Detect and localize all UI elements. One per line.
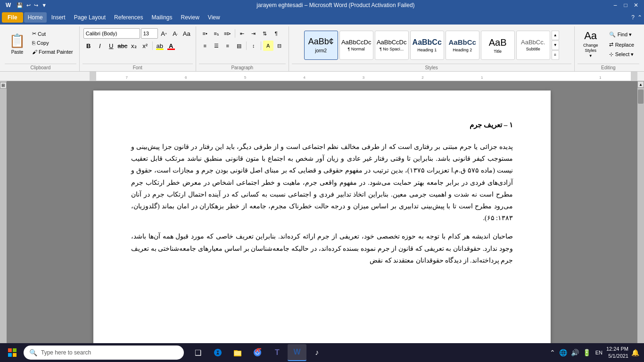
window-title: jarayem eghtesadi – Microsoft Word (Prod… bbox=[60, 2, 611, 8]
redo-quick-btn[interactable]: ↪ bbox=[33, 2, 39, 9]
close-btn[interactable]: ✕ bbox=[632, 1, 640, 9]
volume-icon[interactable]: 🔊 bbox=[570, 348, 580, 357]
music-btn[interactable]: ♪ bbox=[307, 344, 326, 361]
taskbar-search-box[interactable]: 🔍 Type here to search bbox=[24, 346, 184, 360]
style-heading2[interactable]: AaBbCc Heading 2 bbox=[446, 31, 479, 60]
menu-file[interactable]: File bbox=[2, 12, 23, 23]
help-icon[interactable]: ? bbox=[631, 14, 635, 21]
find-button[interactable]: 🔍 Find ▾ bbox=[606, 30, 637, 39]
copy-icon: ⎘ bbox=[32, 40, 35, 46]
system-clock[interactable]: 12:24 PM 5/1/2021 bbox=[606, 346, 628, 360]
word-taskbar-btn[interactable]: W bbox=[288, 344, 306, 361]
line-spacing-btn[interactable]: ↕ bbox=[248, 41, 259, 51]
menu-mailings[interactable]: Mailings bbox=[148, 12, 176, 23]
editing-group: 🔍 Find ▾ ⇄ Replace ⊹ Select ▾ bbox=[605, 28, 638, 61]
style-normal[interactable]: AaBbCcDc ¶ Normal bbox=[339, 31, 373, 60]
font-name-input[interactable] bbox=[83, 28, 140, 39]
explorer-btn[interactable] bbox=[228, 344, 247, 361]
text-highlight-btn[interactable]: ab bbox=[155, 41, 165, 51]
change-styles-button[interactable]: Aa ChangeStyles ▼ bbox=[578, 28, 603, 59]
document-page: ۱ – تعریف جرم پدیده جزائی یا جرم مبتنی ب… bbox=[93, 90, 551, 351]
align-right-btn[interactable]: ≡ bbox=[223, 41, 233, 51]
superscript-button[interactable]: x² bbox=[140, 41, 150, 51]
format-painter-button[interactable]: 🖌 Format Painter bbox=[30, 48, 75, 56]
replace-button[interactable]: ⇄ Replace bbox=[606, 40, 637, 49]
start-button[interactable] bbox=[2, 344, 23, 361]
ruler-content: 7 6 5 4 3 2 1 1 bbox=[96, 72, 631, 81]
highlight-color-bar bbox=[156, 49, 164, 50]
taskbar-tray: ⌃ 🌐 🔊 🔋 EN 12:24 PM 5/1/2021 🔔 bbox=[549, 346, 642, 360]
chrome-btn[interactable] bbox=[248, 344, 267, 361]
scroll-up-btn[interactable]: ▲ bbox=[637, 81, 644, 88]
document-paragraph-1[interactable]: پدیده جزائی یا جرم مبتنی بر رفتاری است ک… bbox=[131, 141, 513, 224]
numbering-btn[interactable]: ≡₁ bbox=[211, 28, 222, 39]
network-icon[interactable]: 🌐 bbox=[558, 348, 568, 357]
taskview-btn[interactable]: ❑ bbox=[189, 344, 207, 361]
notification-icon[interactable]: 🔔 bbox=[630, 348, 640, 357]
select-icon: ⊹ bbox=[609, 51, 613, 58]
ruler: 7 6 5 4 3 2 1 1 bbox=[0, 72, 644, 81]
undo-quick-btn[interactable]: ↩ bbox=[25, 2, 32, 9]
select-button[interactable]: ⊹ Select ▾ bbox=[606, 50, 637, 59]
style-title[interactable]: AaB Title bbox=[481, 31, 515, 60]
clear-format-btn[interactable]: Aa bbox=[182, 28, 192, 39]
menu-view[interactable]: View bbox=[204, 12, 224, 23]
cut-button[interactable]: ✂ Cut bbox=[30, 29, 75, 38]
underline-button[interactable]: U bbox=[106, 41, 116, 51]
border-btn[interactable]: ⊟ bbox=[274, 41, 285, 51]
ribbon-collapse-icon[interactable]: ⌃ bbox=[637, 14, 642, 21]
font-shrink-btn[interactable]: A- bbox=[170, 28, 181, 39]
decrease-indent-btn[interactable]: ⇤ bbox=[237, 28, 248, 39]
menu-review[interactable]: Review bbox=[177, 12, 203, 23]
styles-up-btn[interactable]: ▲ bbox=[552, 31, 559, 40]
increase-indent-btn[interactable]: ⇥ bbox=[248, 28, 259, 39]
bold-button[interactable]: B bbox=[83, 41, 94, 51]
customize-quick-btn[interactable]: ▼ bbox=[41, 2, 48, 8]
scroll-thumb[interactable] bbox=[638, 90, 644, 104]
taskbar-app-icons: ❑ T W ♪ bbox=[189, 344, 326, 361]
multilevel-btn[interactable]: ≡⊳ bbox=[223, 28, 233, 39]
style-nospace[interactable]: AaBbCcDc ¶ No Spaci... bbox=[375, 31, 409, 60]
document-paragraph-2[interactable]: صاحبان اندیشه هر کدام با توجه به حوزه تخ… bbox=[131, 230, 513, 266]
shading-btn[interactable]: A bbox=[263, 41, 273, 51]
save-quick-btn[interactable]: 💾 bbox=[16, 2, 24, 9]
styles-group-label: Styles bbox=[292, 64, 571, 71]
minimize-btn[interactable]: – bbox=[611, 1, 619, 9]
sort-btn[interactable]: ⇅ bbox=[260, 28, 270, 39]
copy-button[interactable]: ⎘ Copy bbox=[30, 39, 75, 47]
battery-icon[interactable]: 🔋 bbox=[582, 348, 592, 357]
justify-btn[interactable]: ▤ bbox=[234, 41, 244, 51]
view-toggle-btn[interactable]: ⊞ bbox=[0, 82, 7, 89]
align-center-btn[interactable]: ☰ bbox=[211, 41, 222, 51]
show-marks-btn[interactable]: ¶ bbox=[271, 28, 281, 39]
teams-btn[interactable]: T bbox=[268, 344, 287, 361]
menu-insert[interactable]: Insert bbox=[48, 12, 69, 23]
style-jorm2[interactable]: AaBb¢ jorm2 bbox=[304, 31, 338, 60]
font-grow-btn[interactable]: A+ bbox=[159, 28, 169, 39]
styles-down-btn[interactable]: ▼ bbox=[552, 41, 559, 50]
menu-references[interactable]: References bbox=[110, 12, 147, 23]
language-indicator[interactable]: EN bbox=[594, 349, 604, 356]
document-scroll[interactable]: ۱ – تعریف جرم پدیده جزائی یا جرم مبتنی ب… bbox=[7, 81, 637, 351]
right-scrollbar[interactable]: ▲ ▼ bbox=[637, 81, 644, 351]
menu-home[interactable]: Home bbox=[24, 12, 47, 23]
tray-chevron[interactable]: ⌃ bbox=[549, 348, 556, 357]
font-color-btn[interactable]: A bbox=[166, 41, 176, 51]
styles-more-btn[interactable]: ≡ bbox=[552, 50, 559, 60]
style-subtitle[interactable]: AaBbCc. Subtitle bbox=[516, 31, 550, 60]
ruler-left-margin bbox=[90, 72, 96, 81]
font-size-input[interactable] bbox=[141, 28, 158, 39]
strikethrough-button[interactable]: abc bbox=[117, 41, 128, 51]
paste-button[interactable]: 📋 Paste bbox=[6, 28, 29, 59]
subscript-button[interactable]: x₂ bbox=[129, 41, 139, 51]
maximize-btn[interactable]: □ bbox=[621, 1, 630, 9]
italic-button[interactable]: I bbox=[95, 41, 105, 51]
bullets-btn[interactable]: ≡• bbox=[200, 28, 210, 39]
align-left-btn[interactable]: ≡ bbox=[200, 41, 210, 51]
edge-btn[interactable] bbox=[208, 344, 227, 361]
ribbon-group-clipboard: 📋 Paste ✂ Cut ⎘ Copy 🖌 Format Painter Cl… bbox=[2, 26, 80, 71]
menu-page-layout[interactable]: Page Layout bbox=[70, 12, 109, 23]
style-heading1[interactable]: AaBbCc Heading 1 bbox=[410, 31, 444, 60]
search-icon: 🔍 bbox=[29, 349, 37, 356]
svg-rect-1 bbox=[13, 348, 17, 352]
